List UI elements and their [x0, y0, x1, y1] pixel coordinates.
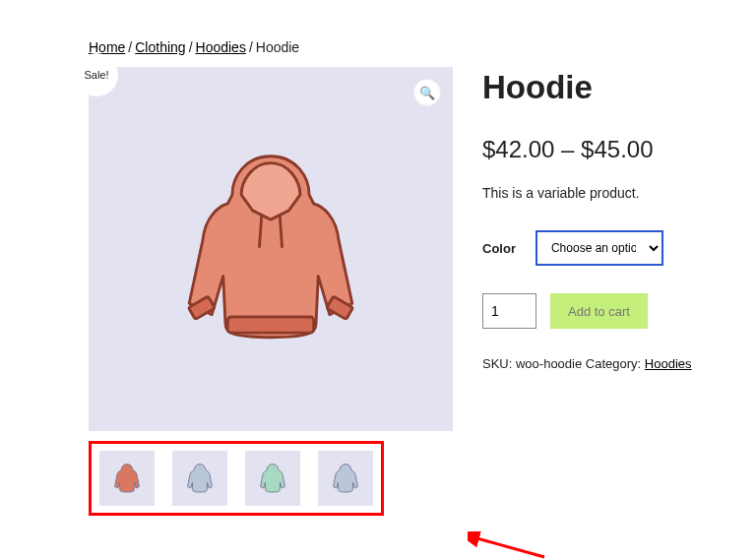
thumb-green[interactable]: [245, 451, 300, 506]
annotation-arrow: [468, 531, 546, 560]
price-low: $42.00: [482, 136, 554, 162]
zoom-icon[interactable]: 🔍: [413, 79, 441, 106]
svg-line-3: [473, 537, 544, 557]
breadcrumb: Home/Clothing/Hoodies/Hoodie: [89, 39, 702, 55]
sale-badge: Sale!: [75, 53, 118, 96]
color-select[interactable]: Choose an option: [536, 230, 663, 266]
add-to-cart-button[interactable]: Add to cart: [550, 293, 648, 329]
color-label: Color: [482, 241, 516, 256]
sku-label: SKU:: [482, 356, 512, 371]
breadcrumb-current: Hoodie: [256, 39, 299, 55]
product-price: $42.00 – $45.00: [482, 136, 702, 163]
price-high: $45.00: [581, 136, 653, 162]
product-title: Hoodie: [482, 69, 702, 106]
sku-value: woo-hoodie: [516, 356, 582, 371]
hoodie-illustration: [158, 136, 384, 362]
thumb-blue[interactable]: [172, 451, 227, 506]
category-label: Category:: [586, 356, 641, 371]
product-meta: SKU: woo-hoodie Category: Hoodies: [482, 356, 702, 371]
breadcrumb-clothing[interactable]: Clothing: [135, 39, 185, 55]
category-link[interactable]: Hoodies: [645, 356, 692, 371]
price-separator: –: [561, 136, 574, 162]
quantity-input[interactable]: [482, 293, 536, 329]
breadcrumb-hoodies[interactable]: Hoodies: [196, 39, 246, 55]
thumbnail-gallery: [89, 441, 384, 516]
thumb-blue-logo[interactable]: [318, 451, 373, 506]
thumb-red[interactable]: [99, 451, 155, 506]
main-product-image[interactable]: Sale! 🔍: [89, 67, 453, 431]
svg-rect-0: [227, 317, 313, 333]
product-description: This is a variable product.: [482, 185, 702, 201]
